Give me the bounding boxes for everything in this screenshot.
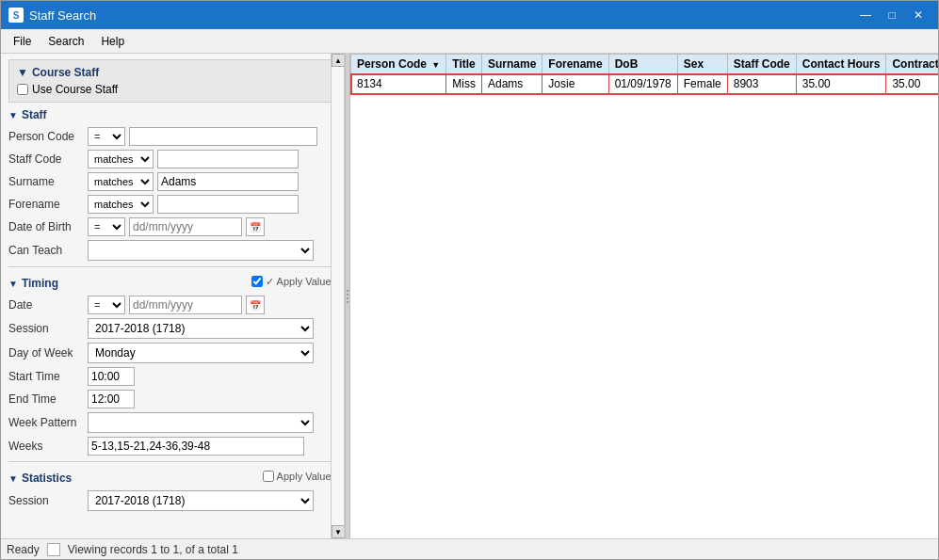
timing-date-operator[interactable]: = (88, 296, 125, 314)
staff-code-input[interactable] (157, 150, 299, 168)
menu-file[interactable]: File (5, 31, 40, 52)
staff-section: ▼ Staff Person Code = != < > (8, 108, 336, 261)
col-sex[interactable]: Sex (677, 55, 727, 74)
left-scroll-up[interactable]: ▲ (332, 54, 345, 67)
dob-calendar-button[interactable]: 📅 (246, 217, 265, 236)
left-panel-scrollbar[interactable]: ▲ ▼ (331, 54, 344, 538)
sort-arrow-person-code: ▼ (431, 60, 440, 70)
col-contact-hours[interactable]: Contact Hours (796, 55, 886, 74)
table-row[interactable]: 8134 Miss Adams Josie 01/09/1978 Female … (351, 74, 939, 94)
left-scroll-down[interactable]: ▼ (332, 525, 345, 538)
forename-label: Forename (8, 198, 84, 211)
week-pattern-select[interactable] (88, 412, 314, 433)
day-of-week-select[interactable]: Monday Tuesday Wednesday Thursday Friday (88, 343, 314, 363)
staff-code-operator[interactable]: matches = != (88, 150, 154, 168)
stats-apply-values: Apply Values (263, 471, 336, 482)
minimize-button[interactable]: — (853, 6, 878, 24)
timing-apply-label: ✓ Apply Values (266, 276, 336, 288)
start-time-input[interactable] (88, 367, 135, 386)
splitter-dot-2 (347, 294, 348, 296)
session-select[interactable]: 2017-2018 (1718) 2016-2017 (1617) 2018-2… (88, 318, 314, 339)
timing-date-row: Date = 📅 (8, 296, 336, 314)
staff-code-row: Staff Code matches = != (8, 150, 336, 168)
timing-date-input[interactable] (129, 296, 242, 314)
statistics-title-label: Statistics (22, 472, 72, 485)
stats-session-select[interactable]: 2017-2018 (1718) 2016-2017 (1617) 2018-2… (88, 490, 314, 511)
weeks-input[interactable] (88, 437, 304, 456)
status-viewing: Viewing records 1 to 1, of a total 1 (68, 543, 238, 556)
can-teach-row: Can Teach (8, 240, 336, 261)
splitter-handle (347, 290, 348, 303)
stats-apply-checkbox[interactable] (263, 471, 274, 482)
menu-help[interactable]: Help (92, 31, 133, 52)
splitter-dot-3 (347, 297, 348, 299)
person-code-operator[interactable]: = != < > (88, 127, 125, 146)
course-staff-header: ▼ Course Staff (17, 66, 328, 79)
timing-title-label: Timing (22, 277, 58, 290)
forename-input[interactable] (157, 195, 299, 214)
end-time-label: End Time (8, 392, 84, 406)
staff-title-label: Staff (22, 108, 47, 121)
title-bar: S Staff Search — □ ✕ (1, 1, 938, 29)
results-scroll-area[interactable]: Person Code ▼ Title Surname Forename DoB… (350, 54, 938, 538)
cell-person-code: 8134 (351, 74, 446, 94)
forename-operator[interactable]: matches = != (88, 195, 154, 214)
surname-row: Surname matches = != (8, 172, 336, 191)
start-time-row: Start Time (8, 367, 336, 386)
results-table-body: 8134 Miss Adams Josie 01/09/1978 Female … (351, 74, 939, 94)
col-dob[interactable]: DoB (608, 55, 677, 74)
timing-apply-checkbox[interactable] (251, 276, 263, 287)
divider-1 (8, 266, 336, 267)
col-forename[interactable]: Forename (542, 55, 608, 74)
col-title[interactable]: Title (446, 55, 482, 74)
end-time-input[interactable] (88, 390, 135, 408)
timing-date-label: Date (8, 298, 84, 312)
statistics-section: ▼ Statistics Apply Values Session 2017-2… (8, 468, 336, 511)
statistics-arrow[interactable]: ▼ (8, 473, 18, 484)
main-content: ▼ Course Staff Use Course Staff ▼ Staff (1, 54, 938, 538)
person-code-row: Person Code = != < > (8, 127, 336, 146)
can-teach-select[interactable] (88, 240, 314, 261)
can-teach-label: Can Teach (8, 244, 84, 257)
maximize-button[interactable]: □ (880, 6, 904, 24)
cell-contract-hours: 35.00 (886, 74, 938, 94)
timing-section-header: ▼ Timing (8, 277, 58, 290)
cell-forename: Josie (542, 74, 608, 94)
staff-code-label: Staff Code (8, 152, 84, 166)
surname-operator[interactable]: matches = != (88, 172, 154, 191)
status-bar: Ready Viewing records 1 to 1, of a total… (1, 538, 938, 559)
timing-arrow[interactable]: ▼ (8, 279, 18, 289)
person-code-input[interactable] (129, 127, 317, 146)
cell-sex: Female (677, 74, 727, 94)
results-table: Person Code ▼ Title Surname Forename DoB… (350, 54, 938, 94)
stats-session-label: Session (8, 494, 84, 507)
close-button[interactable]: ✕ (906, 6, 931, 24)
cell-title: Miss (446, 74, 482, 94)
timing-calendar-button[interactable]: 📅 (246, 296, 265, 314)
staff-arrow[interactable]: ▼ (8, 110, 18, 120)
course-staff-arrow[interactable]: ▼ (17, 66, 28, 79)
title-bar-left: S Staff Search (8, 8, 96, 23)
splitter-dot-1 (347, 290, 348, 292)
col-person-code[interactable]: Person Code ▼ (351, 55, 446, 74)
menu-search[interactable]: Search (40, 31, 92, 52)
surname-input[interactable] (157, 172, 299, 191)
col-surname[interactable]: Surname (481, 55, 542, 74)
status-ready: Ready (7, 543, 40, 556)
divider-2 (8, 461, 336, 462)
dob-operator[interactable]: = != < > (88, 217, 125, 236)
weeks-label: Weeks (8, 440, 84, 453)
window-title: Staff Search (29, 8, 96, 23)
splitter-dot-4 (347, 301, 348, 303)
col-contract-hours[interactable]: Contract Hours (886, 55, 938, 74)
cell-staff-code: 8903 (727, 74, 796, 94)
col-staff-code[interactable]: Staff Code (727, 55, 796, 74)
person-code-label: Person Code (8, 130, 84, 143)
dob-input[interactable] (129, 217, 242, 236)
staff-section-header: ▼ Staff (8, 108, 336, 121)
left-panel-scroll[interactable]: ▼ Course Staff Use Course Staff ▼ Staff (1, 54, 344, 538)
use-course-staff-checkbox[interactable] (17, 84, 28, 95)
timing-section: ▼ Timing ✓ Apply Values Date = (8, 273, 336, 456)
dob-label: Date of Birth (8, 220, 84, 233)
header-row: Person Code ▼ Title Surname Forename DoB… (351, 55, 939, 74)
